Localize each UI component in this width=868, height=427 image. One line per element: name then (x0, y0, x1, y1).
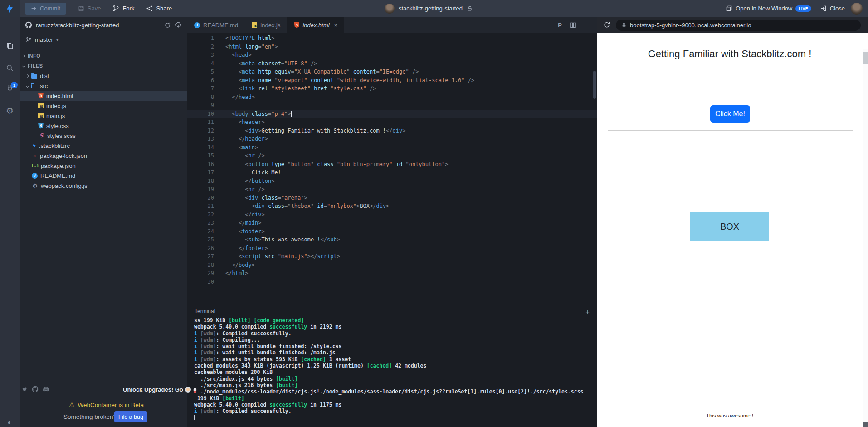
terminal-panel[interactable]: Terminal + ss 199 KiB [built] [code gene… (187, 305, 597, 427)
activity-bar: 1 ⚙ ◐ (0, 17, 20, 427)
tree-item-FILES[interactable]: FILES (20, 61, 187, 71)
code-line-19[interactable]: 19 <hr /> (187, 185, 597, 194)
code-line-4[interactable]: 4 <meta charset="UTF-8" /> (187, 59, 597, 68)
webcontainer-beta-notice: ⚠ WebContainer is in Beta (69, 401, 144, 408)
code-line-24[interactable]: 24 <footer> (187, 227, 597, 236)
avatar[interactable] (385, 4, 395, 14)
user-avatar[interactable] (851, 3, 863, 15)
open-in-new-window-button[interactable]: Open in New Window LIVE (726, 5, 811, 12)
theme-contrast-icon[interactable]: ◐ (0, 418, 20, 427)
url-bar[interactable]: bootstrap-5-gvhlnr--9000.local.webcontai… (616, 20, 861, 31)
tree-item-index.html[interactable]: index.html (20, 91, 187, 101)
code-line-10[interactable]: 10 <body class="p-4"> (187, 110, 597, 118)
line-number: 23 (187, 219, 214, 227)
code-line-8[interactable]: 8 </head> (187, 93, 597, 102)
code-line-11[interactable]: 11 <header> (187, 118, 597, 127)
search-icon[interactable] (0, 64, 20, 72)
tree-item-main.js[interactable]: main.js (20, 111, 187, 121)
code-line-6[interactable]: 6 <meta name="viewport" content="width=d… (187, 76, 597, 85)
unlock-upgrades-link[interactable]: Unlock Upgrades! Go (123, 386, 197, 393)
tree-item-INFO[interactable]: INFO (20, 51, 187, 61)
code-line-26[interactable]: 26 </footer> (187, 244, 597, 253)
project-files-icon[interactable] (0, 42, 20, 49)
tab-README.md[interactable]: README.md (187, 17, 245, 33)
share-button[interactable]: Share (146, 5, 172, 12)
lock-open-icon[interactable] (467, 5, 473, 12)
fork-icon (112, 5, 119, 12)
commit-button[interactable]: Commit (25, 3, 66, 15)
file-a-bug-button[interactable]: File a bug (114, 411, 147, 422)
tree-item-src[interactable]: src (20, 81, 187, 91)
code-line-29[interactable]: 29</html> (187, 269, 597, 278)
new-terminal-icon[interactable]: + (585, 308, 590, 315)
tree-item-styles.scss[interactable]: styles.scss (20, 131, 187, 141)
code-line-5[interactable]: 5 <meta http-equiv="X-UA-Compatible" con… (187, 68, 597, 76)
code-line-14[interactable]: 14 <main> (187, 143, 597, 152)
discord-icon[interactable] (43, 386, 49, 393)
code-line-30[interactable]: 30 (187, 278, 597, 286)
code-line-1[interactable]: 1<!DOCTYPE html> (187, 34, 597, 43)
tree-item-index.js[interactable]: index.js (20, 101, 187, 111)
code-line-12[interactable]: 12 <div>Getting Familiar with Stackblitz… (187, 127, 597, 135)
sync-icon[interactable] (164, 22, 171, 29)
twitter-icon[interactable] (21, 386, 28, 393)
tree-item-.stackblitzrc[interactable]: .stackblitzrc (20, 141, 187, 151)
astronaut-emoji-icon (185, 387, 191, 393)
prettier-icon[interactable]: P (558, 22, 562, 29)
code-line-20[interactable]: 20 <div class="arena"> (187, 194, 597, 202)
fork-button[interactable]: Fork (112, 5, 134, 12)
line-number: 3 (187, 51, 214, 59)
save-button[interactable]: Save (78, 5, 101, 12)
code-line-3[interactable]: 3 <head> (187, 51, 597, 59)
close-tab-icon[interactable]: × (334, 22, 338, 29)
code-line-18[interactable]: 18 </button> (187, 177, 597, 186)
close-button[interactable]: Close (820, 5, 845, 12)
more-options-icon[interactable]: ⋯ (584, 21, 591, 29)
text-cursor (291, 111, 292, 117)
code-line-21[interactable]: 21 <div class="thebox" id="onlybox">BOX<… (187, 202, 597, 211)
code-line-13[interactable]: 13 </header> (187, 135, 597, 143)
tree-item-dist[interactable]: dist (20, 71, 187, 81)
line-number: 16 (187, 160, 214, 169)
line-number: 19 (187, 185, 214, 194)
tree-item-style.css[interactable]: style.css (20, 121, 187, 131)
top-header: Commit Save Fork Share stackblitz-gettin… (0, 0, 868, 17)
github-link-icon[interactable] (32, 386, 39, 393)
preview-scrollbar-thumb[interactable] (863, 52, 868, 64)
code-line-23[interactable]: 23 </main> (187, 219, 597, 227)
code-line-7[interactable]: 7 <link rel="stylesheet" href="style.css… (187, 84, 597, 93)
line-number: 11 (187, 118, 214, 127)
code-line-28[interactable]: 28 </body> (187, 261, 597, 270)
code-line-22[interactable]: 22 </div> (187, 211, 597, 219)
repo-row[interactable]: ranuzz/stackblitz-getting-started (20, 17, 187, 33)
code-line-17[interactable]: 17 Click Me! (187, 168, 597, 177)
tree-item-README.md[interactable]: README.md (20, 171, 187, 181)
stackblitz-logo[interactable] (0, 0, 20, 17)
code-line-15[interactable]: 15 <hr /> (187, 152, 597, 160)
tree-item-package.json[interactable]: package.json (20, 161, 187, 171)
code-line-2[interactable]: 2<html lang="en"> (187, 43, 597, 51)
click-me-button[interactable]: Click Me! (710, 105, 750, 123)
terminal-line: i ⌈wdm⌉: wait until bundle finished: /ma… (194, 349, 597, 356)
open-in-new-window-label: Open in New Window (736, 5, 792, 12)
github-icon (25, 21, 32, 29)
split-editor-icon[interactable] (570, 22, 576, 29)
refresh-icon[interactable] (603, 21, 610, 29)
download-icon[interactable] (175, 21, 182, 29)
preview-scrollbar[interactable] (863, 49, 868, 427)
tree-item-webpack.config.js[interactable]: webpack.config.js (20, 181, 187, 191)
terminal-line: i ⌈wdm⌉: Compiled successfully. (194, 408, 597, 414)
settings-gear-icon[interactable]: ⚙ (0, 106, 20, 116)
terminal-output: ss 199 KiB [built] [code generated]webpa… (187, 317, 597, 421)
tab-index.js[interactable]: index.js (245, 17, 287, 33)
tree-item-package-lock.json[interactable]: package-lock.json (20, 151, 187, 161)
code-line-27[interactable]: 27 <script src="main.js"></script> (187, 252, 597, 261)
preview-heading: Getting Familiar with Stackblitz.com ! (597, 48, 863, 60)
code-area[interactable]: 1<!DOCTYPE html>2<html lang="en">3 <head… (187, 34, 597, 305)
code-line-9[interactable]: 9 (187, 101, 597, 110)
editor-scrollbar-thumb[interactable] (593, 71, 596, 99)
tab-index.html[interactable]: index.html× (287, 17, 344, 33)
code-line-25[interactable]: 25 <sub>This was awesome !</sub> (187, 236, 597, 244)
code-line-16[interactable]: 16 <button type="button" class="btn btn-… (187, 160, 597, 169)
branch-selector[interactable]: master ▾ (20, 33, 187, 46)
